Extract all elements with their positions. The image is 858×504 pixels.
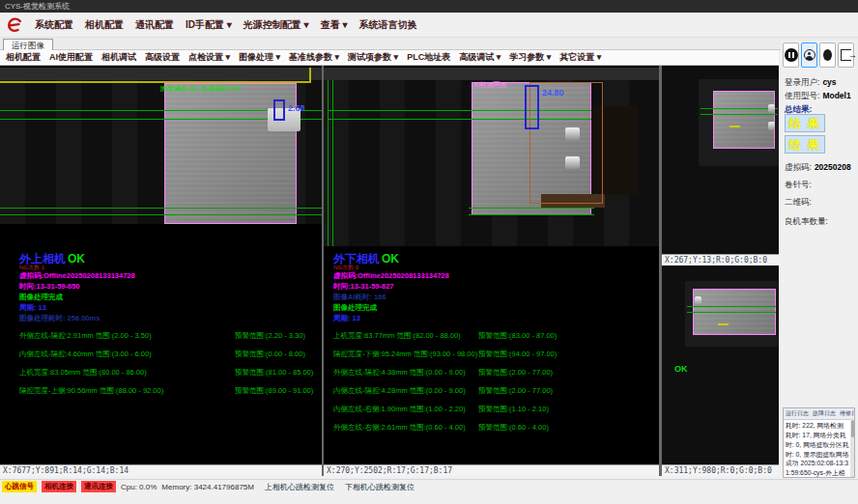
toolbar-item[interactable]: 图像处理 ▾ <box>239 51 280 64</box>
operator-button[interactable] <box>819 42 836 68</box>
menu-item[interactable]: ID手配置 ▾ <box>186 18 232 32</box>
user-login-button[interactable] <box>801 42 817 68</box>
ai-roi-label: AI检测画面 <box>473 80 507 90</box>
measurement-row: 外侧左线-隔腔:4.38mm 范围:(0.00 - 9.00) 预警范围:(2.… <box>324 368 659 386</box>
measurement-warn: 预警范围:(2.00 - 77.00) <box>478 386 553 396</box>
result-box-upper: 结 果 <box>785 114 825 132</box>
tab-run-image[interactable]: 运行图像 <box>3 39 53 50</box>
product-roi <box>713 91 775 149</box>
toolbar-item[interactable]: 高级调试 ▾ <box>459 51 500 64</box>
log-scrollbar-thumb[interactable] <box>851 420 854 437</box>
menu-item[interactable]: 系统配置 <box>35 18 73 32</box>
pixel-coord-bar: X:7677;Y:891;R:14;G:14;B:14 <box>0 464 322 476</box>
toolbar-item[interactable]: 高级设置 <box>145 51 180 64</box>
log-tab[interactable]: 故障日志 <box>812 409 837 418</box>
good-count-label: 良机率数量: <box>785 216 828 228</box>
app-logo-icon <box>6 16 23 34</box>
camera-panel-lower: 24.80 AI检测画面 外下相机OK NG次数:0 虚拟码:Offline20… <box>324 66 659 476</box>
log-tab[interactable]: 维修日志 <box>839 409 855 418</box>
measurement-row: 内侧左线-隔腔:4.60mm 范围:(3.00 - 6.00) 预警范围:(0.… <box>0 350 322 368</box>
menu-item[interactable]: 光源控制配置 ▾ <box>243 18 309 32</box>
virtual-code-value: 20250208 <box>815 162 851 172</box>
measure-line <box>701 114 778 115</box>
virtual-code-label: 虚拟码: <box>785 162 812 172</box>
toolbar-item[interactable]: 基准线参数 ▾ <box>289 51 339 64</box>
pixel-coord-bar: X:270;Y:2502;R:17;G:17;B:17 <box>324 464 659 476</box>
toolbar-item[interactable]: 学习参数 ▾ <box>509 51 551 64</box>
toolbar-item[interactable]: 其它设置 ▾ <box>559 51 601 64</box>
machine-frame <box>0 68 322 80</box>
app-window: CYS-视觉检测系统 系统配置相机配置通讯配置ID手配置 ▾光源控制配置 ▾查看… <box>0 0 858 504</box>
preview-view-top[interactable] <box>662 68 779 254</box>
toolbar-item[interactable]: PLC地址表 <box>407 51 450 64</box>
pixel-coord-bar: X:267;Y:13;R:0;G:0;B:0 <box>662 254 779 266</box>
measure-line <box>687 306 776 307</box>
log-panel: 运行日志故障日志维修日志 耗时: 222, 网络检测耗时: 17, 网络分类耗时… <box>783 407 855 478</box>
cycle-line: 周期: 13 <box>333 314 360 323</box>
measurement-row: 内侧左线-右侧:1.90mm 范围:(1.00 - 2.20) 预警范围:(1.… <box>324 405 659 423</box>
model-label: 使用型号: <box>785 91 819 100</box>
lower-camera-heartbeat-reset[interactable]: 下相机心跳检测复位 <box>345 482 415 492</box>
virtual-code-row: 虚拟码:20250208 <box>785 162 851 174</box>
avatar-icon <box>823 49 832 61</box>
login-user-label: 登录用户: <box>785 77 819 87</box>
exit-button[interactable] <box>838 42 854 68</box>
preview-result-status: OK <box>674 364 688 374</box>
status-bar: 心跳信号 相机连接 通讯连接 Cpu: 0.0% Memory: 3424.41… <box>0 479 858 493</box>
preview-column: X:267;Y:13;R:0;G:0;B:0 OK X:311;Y:980;R:… <box>662 66 779 476</box>
ai-time-line: 图像AI耗时: 166 <box>333 293 386 302</box>
measurement-warn: 预警范围:(89.00 - 91.00) <box>235 386 313 396</box>
menu-item[interactable]: 系统语言切换 <box>358 18 416 32</box>
metal-glint <box>768 104 775 113</box>
guide-line-v <box>328 80 329 246</box>
camera-view-upper[interactable]: 2.68 固定阈值:93, 动态阈值:100 <box>0 68 322 224</box>
menu-item[interactable]: 相机配置 <box>85 18 124 32</box>
log-scrollbar[interactable] <box>850 418 854 477</box>
measure-line <box>701 108 778 109</box>
menu-item[interactable]: 通讯配置 <box>135 18 174 32</box>
menu-item[interactable]: 查看 ▾ <box>321 18 348 32</box>
qr-code-label: 二维码: <box>785 197 812 209</box>
guide-line-v <box>332 80 333 246</box>
result-box-lower: 结 果 <box>785 135 825 154</box>
machine-frame <box>324 68 659 80</box>
log-text: 耗时: 222, 网络检测耗时: 17, 网络分类耗时: 0, 网络提取分区耗时… <box>784 420 854 478</box>
measurement-warn: 预警范围:(1.10 - 2.10) <box>478 405 549 414</box>
toolbar-item[interactable]: 点检设置 ▾ <box>188 51 230 64</box>
camera-connection-badge: 相机连接 <box>42 481 76 492</box>
toolbar-item[interactable]: 测试项参数 ▾ <box>348 51 398 64</box>
toolbar-item[interactable]: 相机调试 <box>101 51 136 64</box>
menu-items: 系统配置相机配置通讯配置ID手配置 ▾光源控制配置 ▾查看 ▾系统语言切换 <box>35 18 416 32</box>
cycle-line: 周期: 13 <box>19 303 46 313</box>
preview-view-bottom[interactable]: OK <box>662 267 779 464</box>
metal-glint <box>695 296 701 305</box>
measurement-list: 外侧左线-隔腔:2.91mm 范围:(2.00 - 3.50) 预警范围:(2.… <box>0 331 322 405</box>
cpu-usage: Cpu: 0.0% <box>121 483 157 491</box>
measurement-text: 内侧左线-隔腔:4.28mm 范围:(0.00 - 9.00) <box>333 386 466 396</box>
camera-view-lower[interactable]: 24.80 AI检测画面 <box>324 68 659 246</box>
measurement-row: 隔腔宽度-下侧:95.24mm 范围:(93.00 - 98.00) 预警范围:… <box>324 350 659 368</box>
process-done-line: 图像处理完成 <box>333 303 377 313</box>
user-icon <box>804 49 815 61</box>
title-bar: CYS-视觉检测系统 <box>0 0 858 13</box>
proc-time-line: 图像处理耗时: 256.00ms <box>19 314 100 323</box>
time-line: 时间:13-31-59-650 <box>19 282 80 292</box>
measurement-text: 隔腔宽度-上侧:90.56mm 范围:(88.00 - 92.00) <box>19 386 163 396</box>
toolbar-item[interactable]: 相机配置 <box>6 51 41 64</box>
toolbar-item[interactable]: AI使用配置 <box>49 51 93 64</box>
pin-number-label: 卷针号: <box>785 180 812 191</box>
measure-line <box>469 208 594 209</box>
measure-line <box>0 208 322 209</box>
metal-glint <box>768 122 775 130</box>
upper-camera-heartbeat-reset[interactable]: 上相机心跳检测复位 <box>265 482 334 492</box>
log-tab[interactable]: 运行日志 <box>785 409 810 418</box>
workspace: 2.68 固定阈值:93, 动态阈值:100 外上相机OK NG次数:1 虚拟码… <box>0 66 779 476</box>
pause-button[interactable] <box>783 42 799 68</box>
baseline-yellow-v <box>309 68 311 83</box>
marker-yellow <box>718 323 729 325</box>
heartbeat-badge: 心跳信号 <box>2 481 37 492</box>
measurement-warn: 预警范围:(2.20 - 3.30) <box>235 331 305 341</box>
log-tabs: 运行日志故障日志维修日志 <box>784 408 854 420</box>
measurement-row: 上机宽度:83.77mm 范围:(82.00 - 88.00) 预警范围:(83… <box>324 331 659 350</box>
preview-panel-bottom: OK X:311;Y:980;R:0;G:0;B:0 <box>662 267 779 476</box>
